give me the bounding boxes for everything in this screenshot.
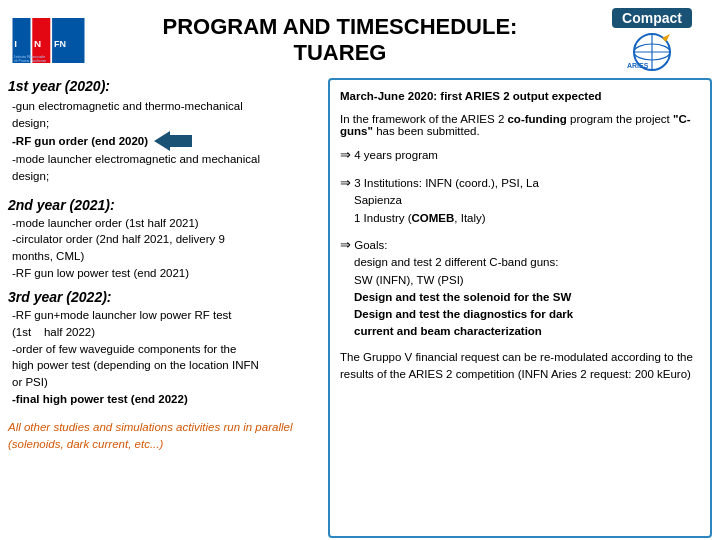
institutions-line1: 3 Institutions: INFN (coord.), PSI, La	[354, 177, 539, 189]
header-right: Compact ARIES	[592, 8, 712, 72]
svg-marker-12	[662, 34, 670, 42]
arrow3-icon: ⇒	[340, 237, 351, 252]
framework-box: In the framework of the ARIES 2 co-fundi…	[340, 113, 700, 137]
left-column: 1st year (2020): -gun electromagnetic an…	[8, 78, 318, 538]
year2-section: 2nd year (2021): -mode launcher order (1…	[8, 197, 318, 282]
year3-line6: -final high power test (end 2022)	[12, 391, 318, 408]
blue-arrow-icon	[154, 131, 192, 151]
year1-arrow-block: -gun electromagnetic and thermo-mechanic…	[8, 98, 318, 185]
industry-text: 1 Industry (COMEB, Italy)	[340, 212, 486, 224]
goals-line5: current and beam characterization	[354, 323, 700, 340]
infn-logo-area: I N FN Istituto Nazionale di Fisica Nucl…	[8, 15, 88, 65]
years-item: ⇒ 4 years program	[340, 145, 700, 165]
year1-line4: -mode launcher electromagnetic and mecha…	[12, 151, 260, 168]
financial-text: The Gruppo V financial request can be re…	[340, 351, 693, 380]
goals-item: ⇒ Goals: design and test 2 different C-b…	[340, 235, 700, 341]
goals-line2: SW (INFN), TW (PSI)	[354, 272, 700, 289]
compact-badge: Compact	[612, 8, 692, 28]
header: I N FN Istituto Nazionale di Fisica Nucl…	[8, 8, 712, 72]
year3-line5: or PSI)	[12, 374, 318, 391]
svg-text:N: N	[34, 37, 41, 48]
svg-text:I: I	[14, 37, 17, 48]
financial-item: The Gruppo V financial request can be re…	[340, 349, 700, 384]
year1-line2: design;	[12, 115, 260, 132]
goals-header-line: ⇒ Goals:	[340, 235, 700, 255]
right-column: March-June 2020: first ARIES 2 output ex…	[328, 78, 712, 538]
title-line1: PROGRAM AND TIMESCHEDULE:	[88, 14, 592, 40]
year2-line4: -RF gun low power test (end 2021)	[12, 265, 318, 282]
march-june-text: March-June 2020: first ARIES 2 output ex…	[340, 90, 602, 102]
goals-lines: design and test 2 different C-band guns:…	[340, 254, 700, 340]
year1-content: -gun electromagnetic and thermo-mechanic…	[8, 98, 260, 185]
goals-line3: Design and test the solenoid for the SW	[354, 289, 700, 306]
goals-header-text: Goals:	[354, 239, 387, 251]
goals-line1: design and test 2 different C-band guns:	[354, 254, 700, 271]
year3-title: 3rd year (2022):	[8, 289, 318, 305]
year1-line5: design;	[12, 168, 260, 185]
year3-line1: -RF gun+mode launcher low power RF test	[12, 307, 318, 324]
main-content: 1st year (2020): -gun electromagnetic an…	[8, 78, 712, 538]
year2-line3: months, CML)	[12, 248, 318, 265]
year2-line1: -mode launcher order (1st half 2021)	[12, 215, 318, 232]
goals-line4: Design and test the diagnostics for dark	[354, 306, 700, 323]
year3-content: -RF gun+mode launcher low power RF test …	[8, 307, 318, 407]
year1-line3: -RF gun order (end 2020)	[12, 133, 148, 150]
year1-rf-line: -RF gun order (end 2020)	[12, 131, 260, 151]
svg-marker-14	[154, 131, 192, 151]
arrow1-icon: ⇒	[340, 147, 351, 162]
institutions-item: ⇒ 3 Institutions: INFN (coord.), PSI, La…	[340, 173, 700, 227]
year1-section: 1st year (2020): -gun electromagnetic an…	[8, 78, 318, 189]
svg-text:ARIES: ARIES	[627, 62, 649, 69]
years-text: 4 years program	[354, 149, 438, 161]
march-june-item: March-June 2020: first ARIES 2 output ex…	[340, 88, 700, 105]
framework-text: In the framework of the ARIES 2 co-fundi…	[340, 113, 691, 137]
year2-line2: -circulator order (2nd half 2021, delive…	[12, 231, 318, 248]
aries-logo-icon: ARIES	[620, 32, 685, 72]
italic-studies-text: All other studies and simulations activi…	[8, 419, 318, 452]
year3-section: 3rd year (2022): -RF gun+mode launcher l…	[8, 289, 318, 407]
svg-text:FN: FN	[53, 38, 65, 48]
svg-text:di Fisica Nucleare: di Fisica Nucleare	[14, 58, 47, 63]
year3-line2: (1st half 2022)	[12, 324, 318, 341]
year1-title: 1st year (2020):	[8, 78, 318, 94]
year1-line1: -gun electromagnetic and thermo-mechanic…	[12, 98, 260, 115]
year3-line4: high power test (depending on the locati…	[12, 357, 318, 374]
header-title: PROGRAM AND TIMESCHEDULE: TUAREG	[88, 14, 592, 67]
infn-logo-icon: I N FN Istituto Nazionale di Fisica Nucl…	[11, 18, 86, 63]
page: I N FN Istituto Nazionale di Fisica Nucl…	[0, 0, 720, 540]
title-line2: TUAREG	[88, 40, 592, 66]
year3-line3: -order of few waveguide components for t…	[12, 341, 318, 358]
year2-content: -mode launcher order (1st half 2021) -ci…	[8, 215, 318, 282]
arrow2-icon: ⇒	[340, 175, 351, 190]
institutions-line2: Sapienza	[340, 194, 402, 206]
year2-title: 2nd year (2021):	[8, 197, 318, 213]
